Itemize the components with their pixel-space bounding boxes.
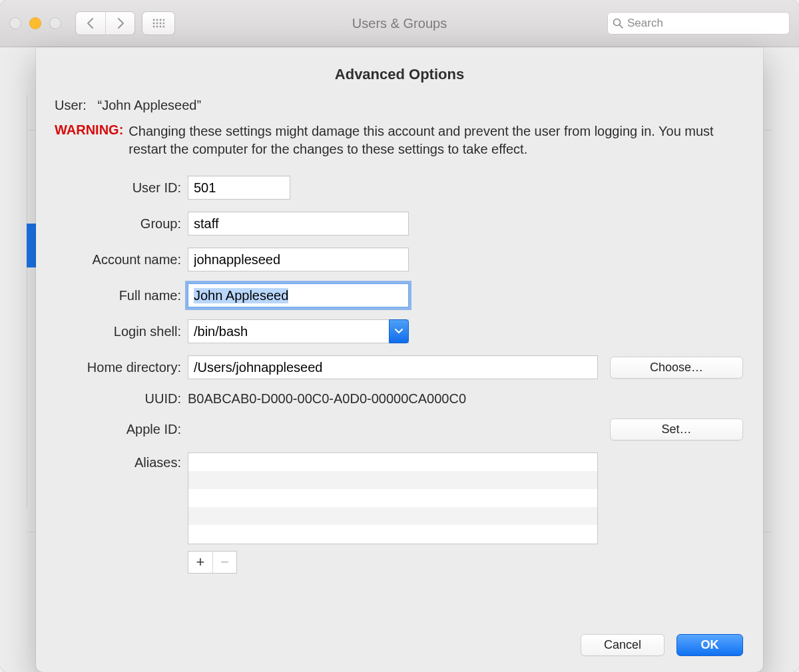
svg-point-8 <box>153 26 155 28</box>
svg-line-13 <box>620 25 623 29</box>
row-uuid: UUID: B0ABCAB0-D000-00C0-A0D0-00000CA000… <box>55 391 744 407</box>
row-apple-id: Apple ID: Set… <box>55 419 744 440</box>
search-input[interactable] <box>627 17 784 30</box>
svg-point-3 <box>163 19 164 21</box>
cancel-button[interactable]: Cancel <box>581 634 665 656</box>
search-field-wrap[interactable] <box>607 12 790 35</box>
svg-point-11 <box>163 26 164 28</box>
svg-point-10 <box>160 26 162 28</box>
label-login-shell: Login shell: <box>55 324 188 339</box>
grid-icon-button[interactable] <box>142 12 174 35</box>
sheet-title: Advanced Options <box>55 66 744 83</box>
warning-block: WARNING: Changing these settings might d… <box>55 122 744 158</box>
ok-button[interactable]: OK <box>676 634 743 656</box>
input-full-name[interactable] <box>188 283 409 307</box>
input-user-id[interactable] <box>188 176 290 200</box>
chevron-down-icon <box>395 329 403 334</box>
label-apple-id: Apple ID: <box>55 422 188 437</box>
chevron-left-icon <box>87 18 95 29</box>
nav-back-button[interactable] <box>76 12 105 35</box>
svg-point-5 <box>156 23 158 25</box>
close-window-button[interactable] <box>9 17 21 29</box>
row-full-name: Full name: <box>55 283 744 307</box>
remove-alias-button[interactable]: − <box>212 552 236 573</box>
add-alias-button[interactable]: + <box>188 552 212 573</box>
label-uuid: UUID: <box>55 391 188 407</box>
svg-point-2 <box>160 19 162 21</box>
zoom-window-button[interactable] <box>49 17 61 29</box>
input-account-name[interactable] <box>188 248 409 271</box>
label-user-id: User ID: <box>55 180 188 196</box>
advanced-options-sheet: Advanced Options User: “John Appleseed” … <box>36 47 763 672</box>
set-apple-id-button[interactable]: Set… <box>610 419 743 440</box>
warning-label: WARNING: <box>55 122 123 158</box>
user-name: “John Appleseed” <box>97 98 201 112</box>
advanced-options-form: User ID: Group: Account name: Full name: <box>55 176 744 574</box>
sheet-footer: Cancel OK <box>581 634 743 656</box>
row-aliases: Aliases: + − <box>55 452 744 574</box>
label-aliases: Aliases: <box>55 452 188 470</box>
row-group: Group: <box>55 212 744 236</box>
warning-text: Changing these settings might damage thi… <box>129 122 744 158</box>
user-label: User: <box>55 98 87 112</box>
grid-icon <box>152 19 164 28</box>
input-home-directory[interactable] <box>188 355 598 379</box>
search-icon <box>613 18 623 29</box>
row-account-name: Account name: <box>55 248 744 271</box>
sidebar-selection-hint <box>27 224 36 267</box>
show-all-button[interactable] <box>142 12 174 35</box>
user-line: User: “John Appleseed” <box>55 98 744 113</box>
row-home-directory: Home directory: Choose… <box>55 355 744 379</box>
system-preferences-window: Users & Groups Advanced Options User: “J… <box>0 0 799 672</box>
input-login-shell[interactable] <box>188 319 409 343</box>
row-user-id: User ID: <box>55 176 744 200</box>
label-full-name: Full name: <box>55 288 188 303</box>
input-group[interactable] <box>188 212 409 236</box>
label-group: Group: <box>55 216 188 232</box>
svg-point-7 <box>163 23 164 25</box>
label-home-directory: Home directory: <box>55 360 188 375</box>
minimize-window-button[interactable] <box>29 17 41 29</box>
aliases-list[interactable] <box>188 452 598 544</box>
svg-point-0 <box>153 19 155 21</box>
login-shell-dropdown-button[interactable] <box>389 319 409 343</box>
row-login-shell: Login shell: <box>55 319 744 343</box>
window-controls <box>9 17 61 29</box>
svg-point-6 <box>160 23 162 25</box>
combo-login-shell[interactable] <box>188 319 409 343</box>
svg-point-4 <box>153 23 155 25</box>
nav-forward-button[interactable] <box>105 12 134 35</box>
toolbar: Users & Groups <box>0 0 799 47</box>
chevron-right-icon <box>117 18 125 29</box>
label-account-name: Account name: <box>55 252 188 267</box>
choose-home-directory-button[interactable]: Choose… <box>610 357 743 379</box>
nav-back-forward <box>76 12 134 35</box>
svg-point-9 <box>156 26 158 28</box>
value-uuid: B0ABCAB0-D000-00C0-A0D0-00000CA000C0 <box>188 391 466 407</box>
svg-point-1 <box>156 19 158 21</box>
aliases-add-remove: + − <box>188 551 237 574</box>
